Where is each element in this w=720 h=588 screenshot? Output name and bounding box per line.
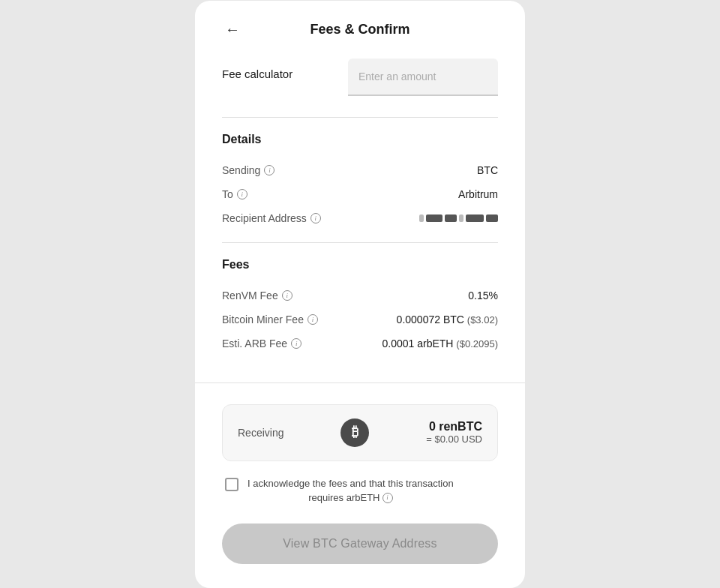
details-section: Details Sending i BTC To i Arbitrum — [222, 133, 498, 230]
renvm-info-icon[interactable]: i — [282, 290, 292, 301]
btc-icon: ₿ — [340, 418, 369, 447]
acknowledge-row: I acknowledge the fees and that this tra… — [222, 476, 498, 506]
sending-row: Sending i BTC — [222, 158, 498, 182]
view-gateway-button[interactable]: View BTC Gateway Address — [222, 524, 498, 564]
page-title: Fees & Confirm — [310, 22, 410, 38]
acknowledge-text: I acknowledge the fees and that this tra… — [248, 476, 454, 506]
acknowledge-checkbox[interactable] — [225, 478, 238, 491]
main-card-wrapper: ← Fees & Confirm Fee calculator Details … — [195, 1, 525, 588]
amount-input-wrapper — [348, 58, 498, 96]
details-title: Details — [222, 133, 498, 146]
bitcoin-miner-fee-label: Bitcoin Miner Fee i — [222, 314, 318, 326]
bitcoin-miner-info-icon[interactable]: i — [308, 314, 318, 325]
back-button[interactable]: ← — [222, 19, 243, 40]
arb-fee-label: Esti. ARB Fee i — [222, 338, 302, 350]
renvm-fee-value: 0.15% — [468, 290, 498, 302]
addr-chunk-6 — [486, 214, 498, 222]
sending-label: Sending i — [222, 164, 274, 176]
receiving-amount: 0 renBTC = $0.00 USD — [426, 420, 482, 445]
arb-fee-row: Esti. ARB Fee i 0.0001 arbETH ($0.2095) — [222, 332, 498, 356]
bitcoin-miner-fee-value: 0.000072 BTC ($3.02) — [397, 314, 498, 326]
amount-input[interactable] — [348, 58, 498, 96]
address-block — [419, 214, 498, 222]
recipient-address-value — [419, 214, 498, 222]
recipient-address-label: Recipient Address i — [222, 212, 321, 224]
sending-value: BTC — [477, 164, 498, 176]
receiving-box: Receiving ₿ 0 renBTC = $0.00 USD — [222, 404, 498, 461]
addr-chunk-2 — [426, 214, 442, 222]
to-value: Arbitrum — [458, 188, 498, 200]
recipient-address-row: Recipient Address i — [222, 206, 498, 230]
addr-chunk-5 — [466, 214, 484, 222]
to-info-icon[interactable]: i — [237, 189, 248, 200]
fees-section: Fees RenVM Fee i 0.15% Bitcoin Miner Fee… — [222, 258, 498, 356]
bitcoin-miner-fee-row: Bitcoin Miner Fee i 0.000072 BTC ($3.02) — [222, 308, 498, 332]
arb-fee-info-icon[interactable]: i — [291, 338, 302, 349]
section-divider — [222, 117, 498, 118]
addr-chunk-1 — [419, 214, 424, 222]
card-bottom: Receiving ₿ 0 renBTC = $0.00 USD I ackno… — [195, 383, 525, 588]
renvm-fee-row: RenVM Fee i 0.15% — [222, 284, 498, 308]
ack-info-icon[interactable]: i — [382, 493, 393, 503]
sending-info-icon[interactable]: i — [264, 165, 274, 176]
fee-calculator-row: Fee calculator — [222, 58, 498, 96]
recipient-info-icon[interactable]: i — [310, 213, 321, 224]
fees-divider — [222, 242, 498, 243]
arb-fee-value: 0.0001 arbETH ($0.2095) — [382, 338, 499, 350]
to-row: To i Arbitrum — [222, 182, 498, 206]
addr-chunk-4 — [459, 214, 464, 222]
to-label: To i — [222, 188, 248, 200]
card-top: ← Fees & Confirm Fee calculator Details … — [195, 1, 525, 383]
receiving-main-value: 0 renBTC — [426, 420, 482, 434]
receiving-label: Receiving — [238, 427, 284, 439]
page-header: ← Fees & Confirm — [222, 22, 498, 38]
receiving-usd-value: = $0.00 USD — [426, 434, 482, 445]
fee-calculator-label: Fee calculator — [222, 58, 292, 80]
back-arrow-icon: ← — [225, 21, 240, 38]
fees-title: Fees — [222, 258, 498, 272]
renvm-fee-label: RenVM Fee i — [222, 290, 292, 302]
addr-chunk-3 — [445, 214, 457, 222]
